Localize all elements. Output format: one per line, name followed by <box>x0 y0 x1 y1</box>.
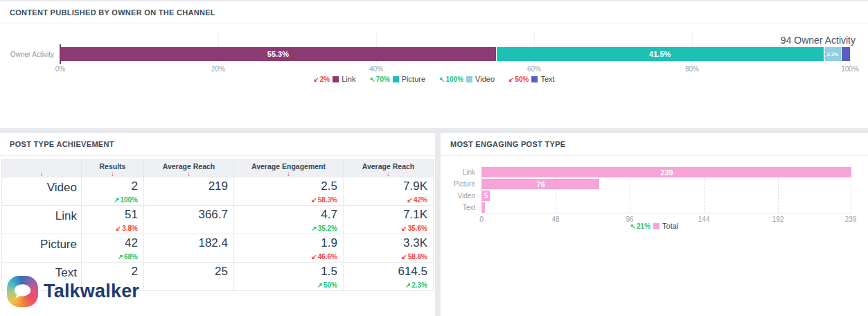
metric-value: 614.5 <box>344 265 427 278</box>
increase-arrow-icon: ↗ <box>114 196 119 204</box>
increase-arrow-icon: ↗ <box>311 225 317 232</box>
owner-segment-link[interactable]: 55.3% <box>60 47 496 61</box>
panel-title-post-type-achievement: POST TYPE ACHIEVEMENT <box>0 133 435 156</box>
legend-item-picture[interactable]: ↖70%Picture <box>369 75 425 83</box>
metric-cell: 25 <box>144 263 234 291</box>
sort-descending-arrow-icon: ↓ <box>234 170 343 177</box>
decrease-arrow-icon: ↙ <box>401 253 407 261</box>
legend-label: Video <box>475 75 495 83</box>
sort-header-row-type[interactable]: ↓ <box>2 160 82 177</box>
sort-header-average-reach[interactable]: Average Reach↓ <box>144 160 234 177</box>
sort-header-average-reach[interactable]: Average Reach↓ <box>344 160 434 177</box>
table-row-link: Link51↙3.8%366.74.7↗35.2%7.1K↙35.6% <box>2 206 434 234</box>
legend-swatch-total <box>653 223 659 229</box>
engage-bar-picture[interactable]: 76 <box>482 179 599 189</box>
owner-x-tick: 60% <box>527 65 541 73</box>
decrease-arrow-icon: ↙ <box>116 225 121 232</box>
change-percent: 50% <box>324 281 337 289</box>
row-label: Video <box>2 177 82 206</box>
metric-cell: 614.5↗2.3% <box>344 263 434 291</box>
metric-value: 7.9K <box>344 179 427 193</box>
engage-y-label-link: Link <box>463 167 475 177</box>
achievement-table: ↓Results↓Average Reach↓Average Engagemen… <box>1 159 434 291</box>
legend-item-text[interactable]: ↙50%Text <box>508 75 555 83</box>
metric-change-value: ↗50% <box>317 281 337 289</box>
engage-bar-text[interactable] <box>482 202 485 213</box>
engage-x-axis-line <box>481 213 851 213</box>
metric-change-value: ↗2.3% <box>405 281 427 289</box>
engage-bar-video[interactable]: 5 <box>482 191 490 201</box>
engage-y-label-picture: Picture <box>454 179 475 189</box>
metric-cell: 7.1K↙35.6% <box>344 206 434 234</box>
metric-cell: 366.7 <box>144 206 234 234</box>
metric-cell: 1.9↙46.6% <box>234 234 344 263</box>
metric-change-value: ↙3.8% <box>116 225 138 232</box>
metric-change-value: ↙46.6% <box>311 253 337 261</box>
legend-item-link[interactable]: ↙2%Link <box>313 75 355 83</box>
metric-change: ↙3.8% <box>82 221 138 234</box>
metric-value: 1.9 <box>234 236 337 249</box>
owner-segment-video[interactable]: 2.1% <box>824 47 841 61</box>
legend-label: Text <box>540 75 554 83</box>
most-engaging-post-type-panel: MOST ENGAGING POST TYPE LinkPictureVideo… <box>441 133 868 316</box>
metric-cell: 2.5↙58.3% <box>234 177 344 206</box>
metric-value: 51 <box>82 208 138 221</box>
metric-value: 4.7 <box>234 208 337 221</box>
metric-change-value: ↙35.6% <box>401 225 427 232</box>
sort-descending-arrow-icon: ↓ <box>2 170 81 177</box>
metric-cell: 7.9K↙42% <box>344 177 434 206</box>
row-label: Link <box>2 206 82 234</box>
panel-title-owner-activity: CONTENT PUBLISHED BY OWNER ON THE CHANNE… <box>0 1 868 24</box>
legend-swatch-video <box>466 76 472 82</box>
sort-descending-arrow-icon: ↓ <box>82 170 143 177</box>
legend-item-video[interactable]: ↖100%Video <box>439 75 495 83</box>
metric-change-value: ↙58.3% <box>311 196 337 204</box>
owner-chart-legend: ↙2%Link↖70%Picture↖100%Video↙50%Text <box>0 75 868 83</box>
legend-change: ↙2% <box>313 76 330 83</box>
owner-activity-panel: CONTENT PUBLISHED BY OWNER ON THE CHANNE… <box>0 1 868 128</box>
change-percent: 35.2% <box>318 225 337 232</box>
change-percent: 100% <box>120 196 138 204</box>
increase-arrow-icon: ↖ <box>439 76 445 83</box>
legend-change: ↖100% <box>439 76 463 83</box>
increase-arrow-icon: ↖ <box>630 222 636 230</box>
engage-plot: 239765 <box>481 166 851 213</box>
change-percent: 42% <box>414 196 427 204</box>
legend-change: ↖70% <box>369 76 389 83</box>
metric-cell: 219 <box>144 177 234 206</box>
owner-segment-picture[interactable]: 41.5% <box>497 47 824 61</box>
engage-bar-link[interactable]: 239 <box>482 167 851 177</box>
increase-arrow-icon: ↗ <box>317 281 323 289</box>
metric-value: 1.5 <box>234 265 337 278</box>
legend-label: Total <box>662 222 678 230</box>
post-type-achievement-panel: POST TYPE ACHIEVEMENT ↓Results↓Average R… <box>0 133 435 316</box>
metric-cell: 1.5↗50% <box>234 263 344 291</box>
sort-header-average-engagement[interactable]: Average Engagement↓ <box>234 160 344 177</box>
owner-segment-text[interactable] <box>842 47 851 61</box>
decrease-arrow-icon: ↙ <box>311 253 317 261</box>
owner-activity-plot: 55.3%41.5%2.1% <box>60 32 850 67</box>
sort-header-results[interactable]: Results↓ <box>82 160 144 177</box>
change-percent: 58.8% <box>408 253 427 261</box>
change-percent: 2.3% <box>411 281 427 289</box>
metric-change-value: ↗68% <box>118 253 138 261</box>
change-percent: 70% <box>376 76 390 83</box>
engage-y-label-video: Video <box>458 191 475 201</box>
metric-change: ↙42% <box>344 193 427 205</box>
legend-item-total[interactable]: ↖21%Total <box>630 222 679 230</box>
sort-descending-arrow-icon: ↓ <box>144 170 233 177</box>
legend-change: ↙50% <box>508 76 529 83</box>
metric-value: 182.4 <box>144 236 228 249</box>
metric-change: ↗2.3% <box>344 278 427 290</box>
owner-x-tick: 100% <box>841 65 859 73</box>
metric-change: ↗50% <box>234 278 337 290</box>
legend-swatch-link <box>333 76 339 82</box>
achievement-table-header-row: ↓Results↓Average Reach↓Average Engagemen… <box>2 160 434 177</box>
change-percent: 35.6% <box>408 225 427 232</box>
talkwalker-speech-bubble-icon <box>7 276 38 307</box>
metric-change: ↗68% <box>82 249 138 262</box>
dashboard: CONTENT PUBLISHED BY OWNER ON THE CHANNE… <box>0 0 868 316</box>
metric-value: 2 <box>82 179 138 193</box>
change-percent: 68% <box>124 253 138 261</box>
owner-activity-stacked-bar: 55.3%41.5%2.1% <box>60 47 850 61</box>
